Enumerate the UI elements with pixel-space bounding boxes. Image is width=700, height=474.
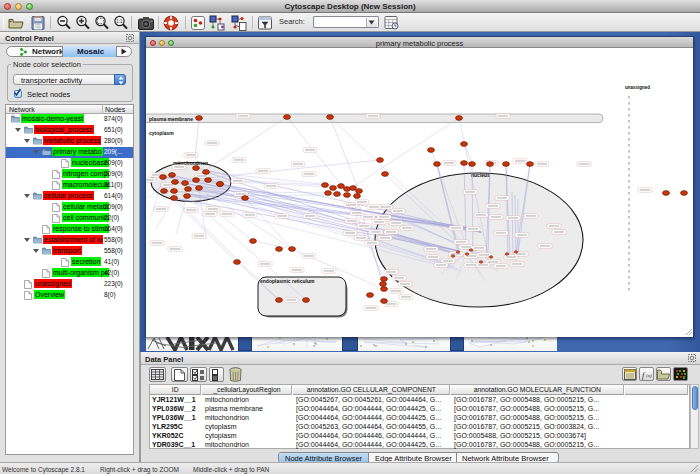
svg-text:nucleus: nucleus — [471, 172, 490, 178]
svg-text:unassigned: unassigned — [625, 85, 650, 90]
svg-text:1:1: 1:1 — [116, 19, 123, 24]
svg-text:plasma membrane: plasma membrane — [149, 116, 193, 122]
svg-text:endoplasmic reticulum: endoplasmic reticulum — [260, 278, 315, 284]
svg-text:(x): (x) — [646, 373, 652, 378]
svg-text:cytoplasm: cytoplasm — [149, 130, 174, 136]
